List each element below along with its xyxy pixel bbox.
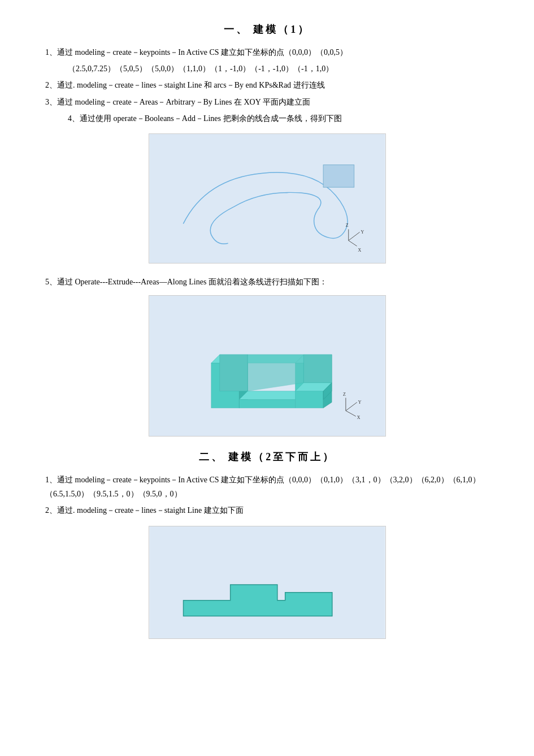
step-1-5: 5、通过 Operate---Extrude---Areas—Along Lin… [45,277,489,287]
step-num: 2 [45,81,49,89]
step-1-1: 1、通过 modeling－create－keypoints－In Active… [45,45,489,59]
svg-rect-0 [149,134,384,263]
step-num: 4 [68,114,72,123]
step-num: 1 [45,476,49,484]
svg-marker-12 [239,399,295,408]
section-1-title: 一、 建模（1） [45,23,489,36]
step-num: 1 [45,48,49,57]
svg-text:X: X [358,248,361,253]
step-text: 、通过. modeling－create－lines－staight Line … [49,81,325,89]
svg-text:X: X [357,415,360,420]
svg-text:Y: Y [358,400,361,405]
figure-1: A-L-T ANSYS JUL 3 2011 18:23:181 Y X Z [149,133,386,263]
svg-marker-22 [303,355,332,383]
step-text: 、通过 modeling－create－keypoints－In Active … [45,476,480,498]
step-text: 、通过使用 operate－Booleans－Add－Lines 把剩余的线合成… [72,114,342,123]
svg-text:Y: Y [361,230,364,235]
step-text: 、通过 modeling－create－keypoints－In Active … [49,48,348,57]
step-text: 、通过. modeling－create－lines－staight Line … [49,506,244,515]
figure-3: A-L-T ANSYS JUL 3 2011 18:01:84 [149,526,386,639]
step-2-2: 2、通过. modeling－create－lines－staight Line… [45,503,489,517]
svg-marker-13 [239,391,303,400]
svg-rect-29 [150,526,385,638]
step-2-1: 1、通过 modeling－create－keypoints－In Active… [45,473,489,501]
svg-text:Z: Z [342,392,345,397]
step-1-2: 2、通过. modeling－create－lines－staight Line… [45,78,489,92]
svg-rect-1 [323,165,354,187]
svg-marker-20 [219,355,248,391]
section-2-title: 二、 建模（2至下而上） [45,450,489,464]
step-1-4: 4、通过使用 operate－Booleans－Add－Lines 把剩余的线合… [68,111,489,126]
step-1-1-sub: （2.5,0,7.25）（5,0,5）（5,0,0）（1,1,0）（1，-1,0… [68,62,489,76]
step-text: 、通过 modeling－create－Areas－Arbitrary－By L… [49,98,310,106]
step-num: 2 [45,506,49,515]
svg-text:Z: Z [345,223,348,228]
figure-2: VOLUMES TYPE NUM ANSYS JUL 3 2011 15:24:… [149,295,386,437]
step-1-3: 3、通过 modeling－create－Areas－Arbitrary－By … [45,95,489,109]
step-num: 3 [45,98,49,106]
